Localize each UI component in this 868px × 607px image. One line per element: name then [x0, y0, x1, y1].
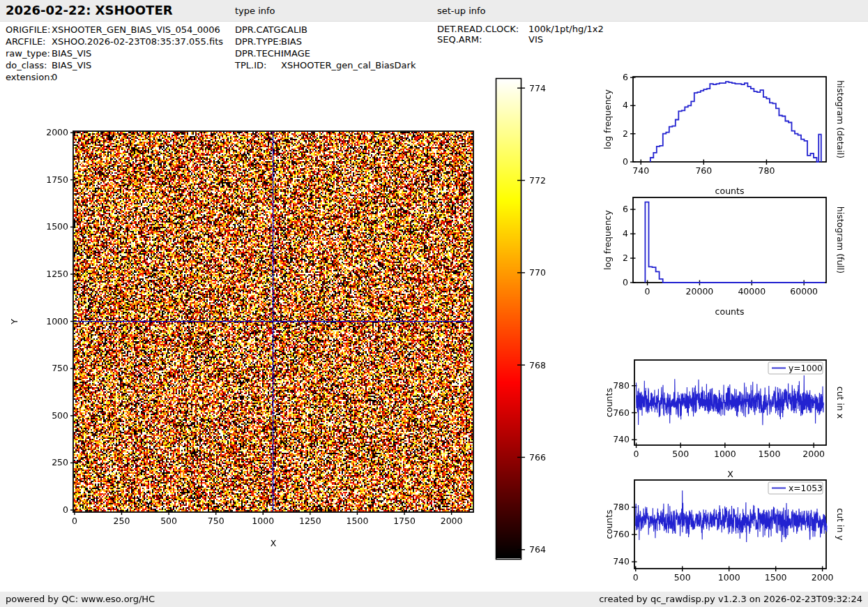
y-axis-label: log frequency: [602, 89, 613, 149]
y-tick-label: 1750: [46, 174, 68, 185]
colorbar-tick-label: 764: [529, 544, 546, 555]
x-tick-label: 1500: [759, 449, 781, 459]
cut-in-y-chart: 0500100015002000740760780Ycountscut in y…: [604, 480, 846, 600]
colorbar-axis: 764766768770772774: [496, 79, 546, 560]
y-tick-label: 740: [613, 556, 630, 567]
y-tick-label: 750: [52, 363, 68, 373]
y-tick-label: 1500: [46, 221, 68, 232]
y-tick-label: 250: [52, 457, 68, 467]
y-tick-label: 760: [613, 529, 630, 539]
colorbar-tick-label: 774: [529, 83, 546, 93]
y-tick-label: 0: [623, 156, 628, 167]
data-line: [637, 375, 824, 425]
x-tick-label: 1000: [252, 516, 274, 526]
x-tick-label: 20000: [686, 286, 714, 297]
x-tick-label: 1500: [347, 516, 369, 526]
x-tick-label: 250: [114, 516, 130, 526]
colorbar-tick-label: 766: [529, 452, 546, 463]
data-line: [650, 82, 821, 162]
legend-label: x=1053: [789, 484, 823, 493]
x-axis-label: X: [271, 538, 277, 548]
charts-overlay: 7407607800246countslog frequencyhistogra…: [0, 0, 868, 607]
y-tick-label: 2: [623, 128, 628, 139]
y-tick-label: 6: [623, 204, 628, 214]
x-tick-label: 0: [633, 572, 639, 583]
x-tick-label: 60000: [790, 286, 818, 297]
y-tick-label: 4: [623, 100, 628, 110]
x-tick-label: 40000: [738, 286, 766, 297]
histogram-full-chart: 02000040000600000246countslog frequencyh…: [602, 197, 846, 317]
x-tick-label: 1500: [765, 572, 787, 583]
y-tick-label: 780: [613, 380, 630, 391]
x-tick-label: 780: [758, 165, 775, 176]
legend-label: y=1000: [789, 364, 823, 373]
x-tick-label: 740: [632, 165, 649, 176]
x-axis-label: X: [727, 469, 733, 479]
x-tick-label: 2000: [802, 449, 825, 459]
x-tick-label: 500: [674, 572, 691, 583]
y-axis-label: counts: [604, 510, 614, 539]
x-tick-label: 760: [695, 165, 712, 176]
x-tick-label: 0: [72, 516, 77, 526]
data-line: [645, 202, 825, 283]
x-tick-label: 1750: [393, 516, 416, 526]
right-axis-label: cut in x: [835, 387, 846, 419]
x-tick-label: 500: [160, 516, 177, 526]
x-tick-label: 750: [208, 516, 224, 526]
colorbar-tick-label: 768: [529, 360, 546, 370]
cut-in-x-chart: 0500100015002000740760780Xcountscut in x…: [604, 360, 846, 479]
y-tick-label: 780: [613, 502, 630, 512]
y-tick-label: 1250: [46, 269, 68, 279]
colorbar-tick-label: 772: [529, 175, 546, 186]
y-tick-label: 0: [623, 277, 628, 287]
axis-frame: [633, 77, 826, 162]
y-tick-label: 2000: [46, 127, 68, 137]
y-tick-label: 4: [623, 228, 628, 239]
y-tick-label: 6: [623, 72, 628, 82]
colorbar-tick-label: 770: [529, 267, 546, 278]
y-tick-label: 2: [623, 253, 628, 263]
right-axis-label: histogram (detail): [835, 80, 846, 158]
y-axis-label: Y: [9, 319, 20, 325]
legend: y=1000: [768, 362, 823, 374]
x-axis-label: counts: [715, 306, 745, 317]
bias-image-axes: 0250500750100012501500175020000250500750…: [9, 127, 473, 548]
y-tick-label: 740: [613, 434, 630, 444]
x-tick-label: 1250: [299, 516, 321, 526]
footer-bar: powered by QC: www.eso.org/HC created by…: [0, 592, 868, 607]
x-tick-label: 2000: [812, 572, 834, 583]
x-tick-label: 1000: [714, 449, 736, 459]
y-tick-label: 1000: [46, 316, 68, 327]
y-tick-label: 0: [63, 504, 68, 515]
y-axis-label: counts: [604, 388, 614, 417]
right-axis-label: histogram (full): [835, 207, 846, 273]
footer-right-text: created by qc_rawdisp.py v1.2.3 on 2026-…: [599, 592, 862, 607]
footer-left-text: powered by QC: www.eso.org/HC: [6, 592, 155, 607]
x-tick-label: 2000: [441, 516, 463, 526]
colorbar-frame: [496, 79, 521, 560]
y-tick-label: 500: [52, 410, 68, 421]
x-axis-label: counts: [715, 186, 745, 196]
data-line: [636, 490, 827, 542]
x-tick-label: 1000: [718, 572, 740, 583]
legend: x=1053: [768, 482, 823, 494]
x-tick-label: 0: [645, 286, 650, 297]
x-tick-label: 0: [634, 449, 639, 459]
y-tick-label: 760: [613, 407, 630, 418]
axis-frame: [633, 197, 826, 283]
histogram-detail-chart: 7407607800246countslog frequencyhistogra…: [602, 72, 846, 196]
x-tick-label: 500: [672, 449, 689, 459]
y-axis-label: log frequency: [602, 210, 613, 270]
right-axis-label: cut in y: [835, 508, 846, 541]
